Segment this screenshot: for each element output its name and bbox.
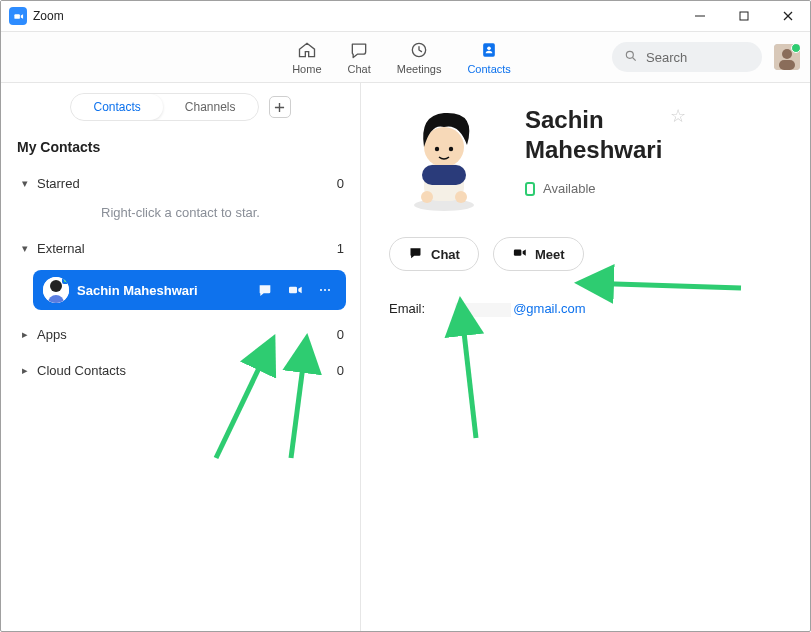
search-input[interactable]: Search bbox=[612, 42, 762, 72]
svg-rect-12 bbox=[779, 60, 795, 70]
row-more-icon[interactable] bbox=[314, 279, 336, 301]
subtab-contacts[interactable]: Contacts bbox=[71, 94, 162, 120]
redacted-block bbox=[455, 303, 511, 317]
nav-home[interactable]: Home bbox=[292, 39, 321, 75]
chat-icon bbox=[408, 245, 423, 263]
svg-rect-26 bbox=[422, 165, 466, 185]
detail-name-line1: Sachin bbox=[525, 105, 662, 135]
group-count: 0 bbox=[337, 176, 344, 191]
svg-line-9 bbox=[633, 57, 636, 60]
group-apps[interactable]: ▸ Apps 0 bbox=[15, 316, 346, 352]
group-starred[interactable]: ▾ Starred 0 bbox=[15, 165, 346, 201]
window-titlebar: Zoom bbox=[1, 1, 810, 31]
subtab-channels[interactable]: Channels bbox=[163, 94, 258, 120]
clock-icon bbox=[408, 39, 430, 61]
svg-point-28 bbox=[455, 191, 467, 203]
button-label: Meet bbox=[535, 247, 565, 262]
chat-icon bbox=[348, 39, 370, 61]
field-label: Email: bbox=[389, 301, 425, 317]
svg-point-24 bbox=[435, 147, 439, 151]
nav-label: Contacts bbox=[467, 63, 510, 75]
nav-label: Meetings bbox=[397, 63, 442, 75]
svg-point-20 bbox=[328, 289, 330, 291]
svg-point-7 bbox=[487, 47, 491, 51]
svg-rect-17 bbox=[289, 287, 297, 294]
group-label: Cloud Contacts bbox=[37, 363, 337, 378]
field-value: @gmail.com bbox=[455, 301, 585, 317]
contacts-icon bbox=[478, 39, 500, 61]
nav-chat[interactable]: Chat bbox=[348, 39, 371, 75]
add-button[interactable] bbox=[269, 96, 291, 118]
presence-text: Available bbox=[543, 181, 596, 196]
profile-avatar[interactable] bbox=[774, 44, 800, 70]
svg-point-11 bbox=[782, 49, 792, 59]
svg-point-25 bbox=[449, 147, 453, 151]
email-field: Email: @gmail.com bbox=[389, 301, 782, 317]
svg-point-27 bbox=[421, 191, 433, 203]
sidebar: Contacts Channels My Contacts ▾ Starred … bbox=[1, 83, 361, 631]
svg-rect-2 bbox=[740, 12, 748, 20]
contact-avatar bbox=[43, 277, 69, 303]
top-nav: Home Chat Meetings Contacts Search bbox=[1, 31, 810, 83]
group-count: 0 bbox=[337, 327, 344, 342]
sidebar-subtabs: Contacts Channels bbox=[70, 93, 258, 121]
nav-label: Home bbox=[292, 63, 321, 75]
button-label: Chat bbox=[431, 247, 460, 262]
group-count: 1 bbox=[337, 241, 344, 256]
chevron-right-icon: ▸ bbox=[17, 328, 33, 341]
app-logo bbox=[9, 7, 27, 25]
svg-point-8 bbox=[626, 51, 633, 58]
contact-row-selected[interactable]: Sachin Maheshwari bbox=[33, 270, 346, 310]
star-button[interactable]: ☆ bbox=[670, 105, 686, 127]
svg-point-16 bbox=[50, 280, 62, 292]
detail-name-line2: Maheshwari bbox=[525, 135, 662, 165]
close-button[interactable] bbox=[766, 1, 810, 31]
email-suffix: @gmail.com bbox=[513, 301, 585, 316]
svg-rect-29 bbox=[514, 249, 522, 255]
contact-detail-pane: Sachin Maheshwari ☆ Available Chat Meet bbox=[361, 83, 810, 631]
maximize-button[interactable] bbox=[722, 1, 766, 31]
group-label: Starred bbox=[37, 176, 337, 191]
group-cloud-contacts[interactable]: ▸ Cloud Contacts 0 bbox=[15, 352, 346, 388]
starred-hint: Right-click a contact to star. bbox=[15, 205, 346, 220]
presence-row: Available bbox=[525, 181, 782, 196]
search-icon bbox=[624, 49, 638, 66]
nav-contacts[interactable]: Contacts bbox=[467, 39, 510, 75]
row-video-icon[interactable] bbox=[284, 279, 306, 301]
home-icon bbox=[296, 39, 318, 61]
minimize-button[interactable] bbox=[678, 1, 722, 31]
group-label: Apps bbox=[37, 327, 337, 342]
row-chat-icon[interactable] bbox=[254, 279, 276, 301]
group-label: External bbox=[37, 241, 337, 256]
window-title: Zoom bbox=[33, 9, 64, 23]
video-icon bbox=[512, 245, 527, 263]
chevron-down-icon: ▾ bbox=[17, 242, 33, 255]
search-placeholder: Search bbox=[646, 50, 687, 65]
chevron-right-icon: ▸ bbox=[17, 364, 33, 377]
chevron-down-icon: ▾ bbox=[17, 177, 33, 190]
svg-point-18 bbox=[320, 289, 322, 291]
meet-button[interactable]: Meet bbox=[493, 237, 584, 271]
chat-button[interactable]: Chat bbox=[389, 237, 479, 271]
svg-rect-0 bbox=[14, 14, 20, 19]
svg-point-19 bbox=[324, 289, 326, 291]
presence-icon bbox=[525, 182, 535, 196]
contact-name: Sachin Maheshwari bbox=[77, 283, 198, 298]
group-count: 0 bbox=[337, 363, 344, 378]
detail-avatar bbox=[389, 105, 499, 215]
my-contacts-heading: My Contacts bbox=[17, 139, 346, 155]
nav-meetings[interactable]: Meetings bbox=[397, 39, 442, 75]
presence-badge bbox=[62, 277, 69, 284]
nav-label: Chat bbox=[348, 63, 371, 75]
group-external[interactable]: ▾ External 1 bbox=[15, 230, 346, 266]
